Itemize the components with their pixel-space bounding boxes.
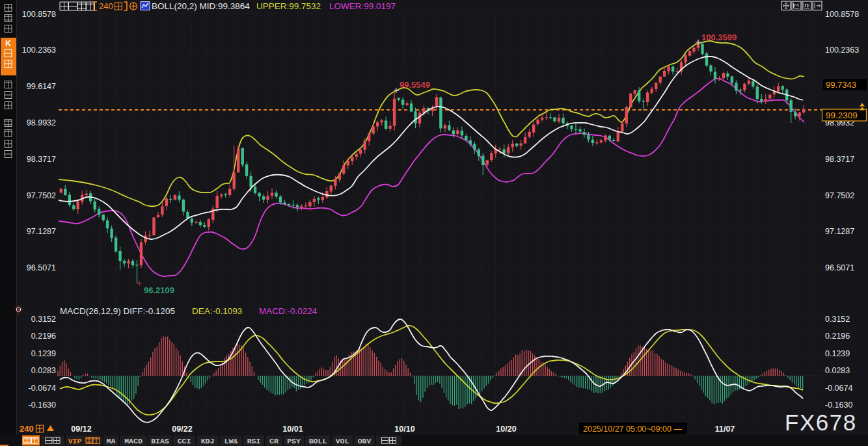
- svg-text:100.3599: 100.3599: [701, 33, 737, 42]
- svg-text:RSI: RSI: [247, 437, 261, 445]
- svg-text:0.2196: 0.2196: [31, 332, 56, 341]
- svg-text:10/20: 10/20: [496, 425, 516, 434]
- svg-text:MACD: MACD: [124, 437, 142, 445]
- svg-text:-0.1630: -0.1630: [29, 400, 56, 410]
- svg-text:MA: MA: [107, 437, 116, 445]
- svg-text:99.6147: 99.6147: [27, 82, 56, 91]
- svg-text:09/12: 09/12: [71, 425, 91, 434]
- svg-text:KDJ: KDJ: [201, 437, 215, 445]
- svg-text:96.5071: 96.5071: [825, 263, 854, 272]
- svg-text:100.8578: 100.8578: [825, 10, 859, 19]
- svg-text:99.5549: 99.5549: [400, 80, 430, 90]
- svg-text:CR: CR: [269, 437, 278, 445]
- svg-text:96.5071: 96.5071: [27, 263, 56, 272]
- svg-text:09/22: 09/22: [172, 425, 192, 434]
- svg-text:97.1287: 97.1287: [825, 227, 854, 236]
- svg-text:0.3152: 0.3152: [31, 315, 56, 324]
- svg-text:0.1239: 0.1239: [31, 349, 56, 358]
- svg-text:PSY: PSY: [287, 437, 301, 445]
- svg-text:K: K: [5, 39, 11, 48]
- svg-text:DEA:-0.1093: DEA:-0.1093: [192, 306, 242, 316]
- svg-text:FX678: FX678: [785, 410, 857, 435]
- svg-text:100.2363: 100.2363: [22, 46, 56, 55]
- svg-text:98.3717: 98.3717: [825, 155, 854, 164]
- svg-text:99.2309: 99.2309: [826, 111, 858, 120]
- svg-text:10/01: 10/01: [282, 425, 303, 434]
- svg-text:0.3152: 0.3152: [825, 315, 850, 324]
- svg-text:100.2363: 100.2363: [825, 46, 859, 55]
- svg-text:97.7502: 97.7502: [825, 191, 854, 200]
- svg-text:2025/10/27 05:00~09:00 —: 2025/10/27 05:00~09:00 —: [583, 425, 682, 434]
- svg-text:VOL: VOL: [336, 437, 349, 445]
- svg-text:VIP: VIP: [68, 437, 82, 445]
- svg-text:BOLL: BOLL: [309, 437, 327, 445]
- svg-text:UPPER:99.7532: UPPER:99.7532: [256, 1, 321, 11]
- svg-text:99.7343: 99.7343: [826, 80, 856, 90]
- svg-text:240: 240: [99, 1, 113, 11]
- svg-text:0.0283: 0.0283: [825, 366, 850, 375]
- svg-text:98.9932: 98.9932: [27, 118, 56, 127]
- svg-text:LW&: LW&: [224, 437, 238, 445]
- svg-text:-0.0674: -0.0674: [825, 384, 852, 393]
- svg-text:0.0283: 0.0283: [31, 366, 56, 375]
- svg-text:BIAS: BIAS: [151, 437, 169, 445]
- svg-text:-0.0674: -0.0674: [29, 384, 56, 393]
- svg-text:-0.1630: -0.1630: [825, 400, 852, 410]
- svg-text:10/10: 10/10: [394, 425, 414, 434]
- svg-text:0.2196: 0.2196: [825, 332, 850, 341]
- svg-text:98.3717: 98.3717: [27, 155, 56, 164]
- svg-text:11/07: 11/07: [715, 425, 735, 434]
- svg-text:OBV: OBV: [358, 437, 372, 445]
- svg-text:BOLL(20,2) MID:99.3864: BOLL(20,2) MID:99.3864: [152, 1, 250, 11]
- svg-text:97.1287: 97.1287: [27, 227, 56, 236]
- svg-text:LOWER:99.0197: LOWER:99.0197: [329, 1, 396, 11]
- svg-text:MACD(26,12,9) DIFF:-0.1205: MACD(26,12,9) DIFF:-0.1205: [60, 306, 175, 316]
- svg-text:240: 240: [20, 424, 34, 434]
- svg-text:97.7502: 97.7502: [27, 191, 56, 200]
- svg-text:CCI: CCI: [178, 437, 191, 445]
- svg-text:MACD:-0.0224: MACD:-0.0224: [259, 306, 318, 316]
- svg-text:0.1239: 0.1239: [825, 349, 850, 358]
- svg-text:100.8578: 100.8578: [22, 10, 56, 19]
- svg-text:96.2109: 96.2109: [144, 285, 174, 295]
